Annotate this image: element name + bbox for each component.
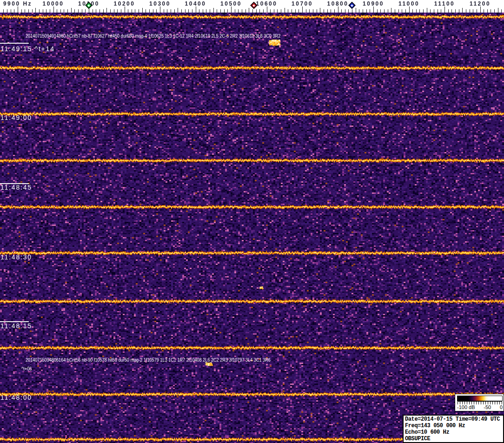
ruler-tick xyxy=(480,7,481,13)
ruler-tick xyxy=(448,9,449,13)
ruler-tick xyxy=(409,7,410,13)
ruler-tick xyxy=(174,9,175,13)
info-station-name: OBSUPICE xyxy=(405,436,503,442)
ruler-tick xyxy=(441,9,441,13)
ruler-tick xyxy=(416,9,417,13)
observation-info-box: Date=2014-07-15 Time=09:49 UTC Freq=143 … xyxy=(403,415,504,443)
ruler-frequency-label: 10600 xyxy=(256,0,278,7)
ruler-tick xyxy=(7,9,7,13)
ruler-tick xyxy=(60,9,61,13)
time-label: 11:48:00 xyxy=(0,395,32,400)
detection-annotation: 20140715094806164 hCnt56 nb-90 f10578 hi… xyxy=(26,357,271,363)
ruler-tick xyxy=(110,9,111,13)
ruler-tick xyxy=(67,9,68,13)
ruler-tick xyxy=(74,9,75,13)
ruler-tick xyxy=(295,9,296,13)
ruler-tick xyxy=(419,9,420,13)
ruler-tick xyxy=(99,9,100,13)
ruler-tick xyxy=(139,9,139,13)
meteor-echo-spectrogram-app: 11:49:15 ^t+1411:49:0011:48:4511:48:3011… xyxy=(0,0,504,443)
ruler-tick xyxy=(402,9,402,13)
time-label: 11:49:15 ^t+14 xyxy=(0,46,55,52)
ruler-tick xyxy=(306,9,306,13)
colorbar-labels: -100 dB -50 0 xyxy=(457,404,503,410)
marker-center-dot xyxy=(87,4,90,7)
ruler-tick xyxy=(149,9,150,13)
ruler-tick xyxy=(18,7,18,13)
ruler-tick xyxy=(259,9,260,13)
ruler-tick xyxy=(470,9,470,13)
info-date-time: Date=2014-07-15 Time=09:49 UTC xyxy=(405,416,503,423)
ruler-tick xyxy=(270,9,271,13)
ruler-frequency-label: 10900 xyxy=(363,0,384,7)
ruler-tick xyxy=(213,8,214,13)
ruler-frequency-label: 11000 xyxy=(398,0,419,7)
ruler-tick xyxy=(366,9,367,13)
ruler-tick xyxy=(377,9,378,13)
ruler-tick xyxy=(32,9,33,13)
ruler-tick xyxy=(494,9,495,13)
ruler-tick xyxy=(491,9,491,13)
colorbar-label-max: 0 xyxy=(500,404,503,410)
ruler-tick xyxy=(356,8,356,13)
ruler-tick xyxy=(117,9,118,13)
ruler-tick xyxy=(256,9,257,13)
ruler-tick xyxy=(167,9,167,13)
ruler-frequency-label: 10800 xyxy=(327,0,349,7)
ruler-tick xyxy=(395,9,395,13)
ruler-tick xyxy=(242,9,242,13)
detection-annotation: ^t+06 xyxy=(21,366,32,371)
ruler-tick xyxy=(164,9,164,13)
ruler-tick xyxy=(412,9,413,13)
ruler-tick xyxy=(196,7,196,13)
colorbar-ticks xyxy=(458,401,502,404)
ruler-tick xyxy=(153,9,153,13)
ruler-tick xyxy=(487,9,488,13)
ruler-tick xyxy=(203,9,203,13)
ruler-tick xyxy=(82,9,82,13)
ruler-tick xyxy=(171,9,171,13)
ruler-tick xyxy=(249,8,249,13)
ruler-tick xyxy=(352,9,352,13)
ruler-tick xyxy=(39,9,40,13)
ruler-tick xyxy=(348,9,349,13)
ruler-tick xyxy=(199,9,199,13)
time-label: 11:48:15 xyxy=(0,323,32,329)
ruler-frequency-label: 10700 xyxy=(292,0,313,7)
ruler-tick xyxy=(473,9,473,13)
ruler-tick xyxy=(142,8,143,13)
ruler-tick xyxy=(57,9,57,13)
ruler-tick xyxy=(125,7,125,13)
ruler-tick xyxy=(462,8,463,13)
ruler-tick xyxy=(384,9,385,13)
time-label: 11:48:45 xyxy=(0,185,32,190)
ruler-tick xyxy=(132,9,132,13)
ruler-tick xyxy=(252,9,253,13)
ruler-tick xyxy=(285,8,285,13)
ruler-tick xyxy=(434,9,434,13)
ruler-tick xyxy=(71,8,72,13)
marker-diamond-blue[interactable] xyxy=(348,2,356,9)
ruler-tick xyxy=(338,7,338,13)
ruler-tick xyxy=(451,9,452,13)
time-label: 11:48:30 xyxy=(0,254,32,260)
ruler-tick xyxy=(388,9,388,13)
ruler-tick xyxy=(21,9,22,13)
ruler-tick xyxy=(64,9,64,13)
ruler-tick xyxy=(298,9,299,13)
ruler-tick xyxy=(78,9,79,13)
ruler-tick xyxy=(53,7,54,13)
ruler-tick xyxy=(96,9,96,13)
ruler-tick xyxy=(156,9,157,13)
ruler-frequency-label: 9900 Hz xyxy=(3,0,32,7)
ruler-tick xyxy=(313,9,313,13)
ruler-tick xyxy=(373,7,374,13)
frequency-ruler: 9900 Hz100001010010200103001040010500106… xyxy=(0,0,504,13)
ruler-tick xyxy=(274,9,274,13)
ruler-tick xyxy=(245,9,246,13)
ruler-tick xyxy=(430,9,431,13)
ruler-tick xyxy=(160,7,160,13)
ruler-tick xyxy=(11,9,11,13)
ruler-tick xyxy=(224,9,225,13)
ruler-tick xyxy=(317,9,317,13)
